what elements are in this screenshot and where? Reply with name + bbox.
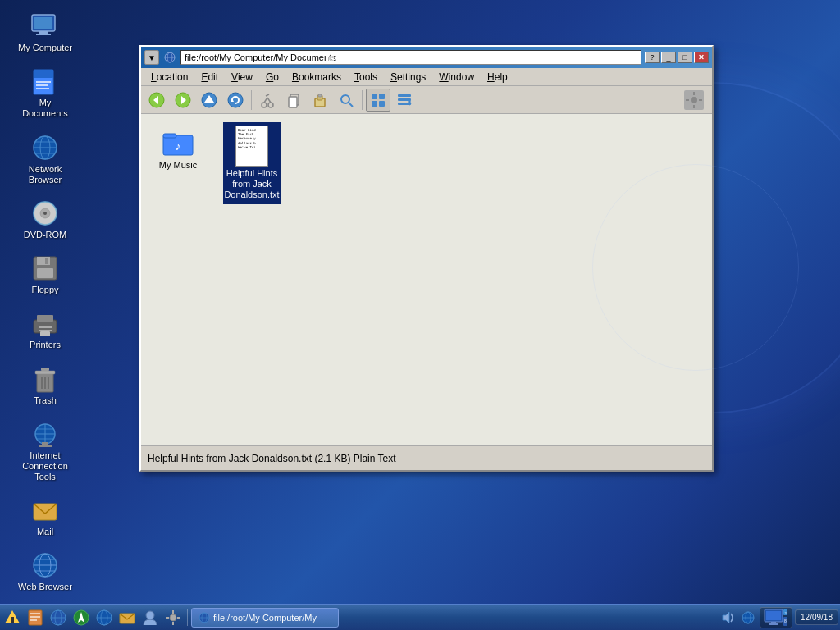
svg-point-58 xyxy=(228,93,243,107)
menu-bookmarks[interactable]: Bookmarks xyxy=(285,70,348,84)
my-documents-label: My Documents xyxy=(16,98,75,119)
dvd-rom-icon xyxy=(30,199,60,228)
up-button[interactable] xyxy=(197,89,221,112)
toolbar-sep-2 xyxy=(362,90,363,110)
config-button[interactable] xyxy=(679,89,709,112)
taskbar-icon-book[interactable] xyxy=(25,607,46,628)
copy-button[interactable] xyxy=(281,89,306,112)
svg-rect-72 xyxy=(372,94,377,99)
svg-line-62 xyxy=(264,98,267,103)
title-bar-arrow-btn[interactable]: ▼ xyxy=(144,50,159,65)
svg-rect-20 xyxy=(45,258,48,264)
network-browser-label: Network Browser xyxy=(16,164,75,185)
systray-network[interactable] xyxy=(739,609,757,627)
view-list-button[interactable] xyxy=(392,89,417,112)
help-btn[interactable]: ? xyxy=(645,52,660,63)
menu-location[interactable]: Location xyxy=(144,70,194,84)
desktop-icon-printers[interactable]: Printers xyxy=(12,305,78,354)
svg-marker-113 xyxy=(723,612,729,623)
svg-rect-26 xyxy=(40,331,50,336)
my-computer-label: My Computer xyxy=(18,43,72,53)
mail-icon xyxy=(30,495,60,525)
svg-rect-84 xyxy=(686,99,689,101)
system-clock[interactable]: 12/09/18 xyxy=(795,609,838,625)
helpful-hints-icon: Dear Lind The Fact because y dollars b W… xyxy=(235,126,268,167)
menu-bar: Location Edit View Go Bookmarks Tools Se… xyxy=(141,68,712,86)
taskbar-task-label: file:/root/My Computer/My xyxy=(213,613,317,623)
desktop-icon-floppy[interactable]: Floppy xyxy=(12,250,78,299)
network-browser-icon xyxy=(30,133,60,162)
desktop-icon-mail[interactable]: Mail xyxy=(12,492,78,541)
clock-time: 12/09/18 xyxy=(801,612,833,623)
cut-button[interactable] xyxy=(255,89,280,112)
svg-rect-92 xyxy=(30,613,40,614)
my-computer-icon xyxy=(30,11,60,41)
svg-point-70 xyxy=(341,95,349,103)
taskbar-icon-globe[interactable] xyxy=(94,607,115,628)
close-btn[interactable]: ✕ xyxy=(694,52,709,63)
systray-volume[interactable] xyxy=(719,609,737,627)
svg-rect-73 xyxy=(379,94,385,99)
menu-settings[interactable]: Settings xyxy=(384,70,432,84)
title-bar: ▼ file:/root/My Computer/My Documents fi… xyxy=(141,47,712,68)
status-text: Helpful Hints from Jack Donaldson.txt (2… xyxy=(148,453,396,464)
svg-point-105 xyxy=(170,614,176,621)
menu-go[interactable]: Go xyxy=(259,70,285,84)
svg-point-16 xyxy=(43,212,47,215)
desktop-icon-internet-connection[interactable]: Internet Connection Tools xyxy=(12,416,78,486)
internet-connection-label: Internet Connection Tools xyxy=(16,450,75,483)
txt-file-preview: Dear Lind The Fact because y dollars b W… xyxy=(235,126,268,167)
desktop-icon-my-documents[interactable]: My Documents xyxy=(12,63,78,122)
back-button[interactable] xyxy=(144,89,169,112)
svg-rect-94 xyxy=(30,619,37,621)
taskbar-icon-network[interactable] xyxy=(48,607,69,628)
svg-rect-83 xyxy=(693,105,695,108)
taskbar-active-task[interactable]: file:/root/My Computer/My xyxy=(191,608,339,628)
svg-rect-120 xyxy=(769,623,778,625)
minimize-btn[interactable]: _ xyxy=(661,52,676,63)
menu-view[interactable]: View xyxy=(225,70,259,84)
svg-rect-2 xyxy=(39,31,48,34)
monitor-display: 3 8 xyxy=(760,607,792,628)
svg-rect-3 xyxy=(36,34,51,35)
svg-rect-8 xyxy=(36,88,49,89)
trash-label: Trash xyxy=(34,395,57,406)
svg-rect-39 xyxy=(39,445,52,447)
taskbar-icon-user[interactable] xyxy=(139,607,161,628)
forward-button[interactable] xyxy=(171,89,195,112)
floppy-icon xyxy=(30,253,60,283)
taskbar-icon-run[interactable] xyxy=(71,607,92,628)
desktop-icon-my-computer[interactable]: My Computer xyxy=(12,8,78,57)
toolbar-sep-1 xyxy=(251,90,252,110)
svg-rect-75 xyxy=(379,101,385,107)
desktop-icon-web-browser[interactable]: Web Browser xyxy=(12,547,78,596)
desktop: My Computer My Documents xyxy=(0,0,840,630)
my-music-label: My Music xyxy=(159,160,197,171)
taskbar-icon-settings[interactable] xyxy=(162,607,184,628)
svg-rect-87 xyxy=(163,134,176,138)
taskbar: file:/root/My Computer/My xyxy=(0,604,840,630)
desktop-icon-trash[interactable]: Trash xyxy=(12,361,78,409)
my-documents-icon xyxy=(30,66,60,96)
file-icon-helpful-hints[interactable]: Dear Lind The Fact because y dollars b W… xyxy=(223,122,281,204)
paste-button[interactable] xyxy=(308,89,332,112)
find-button[interactable] xyxy=(334,89,358,112)
content-area: ♪ My Music Dear Lind The Fact because y … xyxy=(141,114,712,445)
svg-rect-5 xyxy=(34,70,53,78)
menu-tools[interactable]: Tools xyxy=(348,70,384,84)
view-icons-button[interactable] xyxy=(366,89,390,112)
svg-rect-74 xyxy=(372,101,377,107)
browser-window-icon xyxy=(162,50,177,65)
taskbar-icon-up[interactable] xyxy=(2,607,23,628)
svg-text:♪: ♪ xyxy=(176,139,181,153)
reload-button[interactable] xyxy=(223,89,248,112)
menu-edit[interactable]: Edit xyxy=(194,70,225,84)
maximize-btn[interactable]: □ xyxy=(678,52,692,63)
menu-window[interactable]: Window xyxy=(432,70,481,84)
desktop-icon-network-browser[interactable]: Network Browser xyxy=(12,130,78,189)
desktop-icon-dvd-rom[interactable]: DVD-ROM xyxy=(12,195,78,244)
svg-rect-76 xyxy=(398,94,411,97)
file-icon-my-music[interactable]: ♪ My Music xyxy=(149,122,207,174)
taskbar-icon-mail[interactable] xyxy=(116,607,138,628)
menu-help[interactable]: Help xyxy=(481,70,514,84)
